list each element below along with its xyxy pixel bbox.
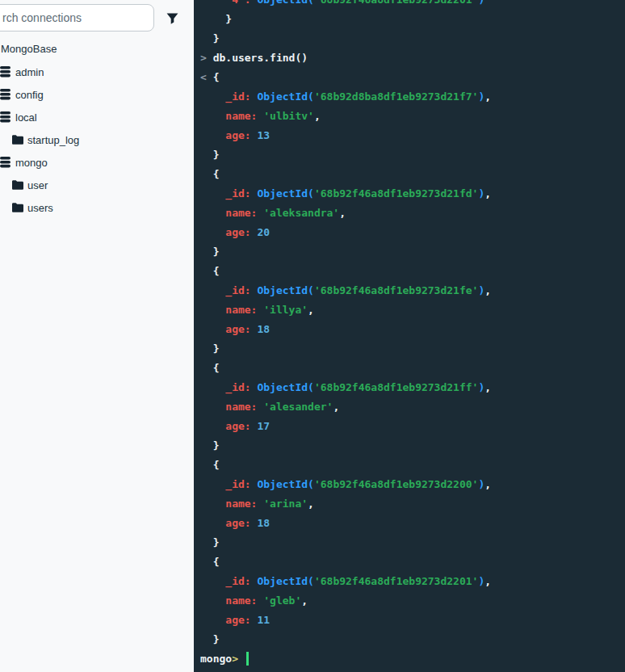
terminal-line-partial: '4': ObjectId('68b92f46a8df1eb9273d2201'… — [200, 0, 625, 10]
sidebar-item-user[interactable]: user — [0, 174, 194, 196]
sidebar-item-admin[interactable]: admin — [0, 61, 194, 83]
document-age-line: age: 20 — [200, 223, 625, 242]
document-close-brace: } — [200, 533, 625, 552]
sidebar-item-label: startup_log — [27, 134, 79, 146]
terminal-line: } — [200, 29, 625, 48]
connection-tree: adminconfiglocalstartup_logmongouseruser… — [0, 61, 194, 219]
mongosh-terminal[interactable]: '4': ObjectId('68b92f46a8df1eb9273d2201'… — [194, 0, 625, 672]
folder-icon — [12, 135, 23, 145]
document-id-line: _id: ObjectId('68b92f46a8df1eb9273d2200'… — [200, 475, 625, 494]
shell-prompt-line: mongo> — [200, 649, 625, 669]
shell-command-line: > db.users.find() — [200, 48, 625, 68]
sidebar-item-label: admin — [15, 66, 44, 78]
document-name-line: name: 'illya', — [200, 300, 625, 320]
document-close-brace: } — [200, 436, 625, 456]
document-name-line: name: 'aleksandra', — [200, 204, 625, 223]
connection-name[interactable]: MongoBase — [1, 43, 57, 55]
filter-funnel-icon — [166, 12, 179, 26]
document-age-line: age: 11 — [200, 611, 625, 630]
folder-icon — [12, 203, 23, 212]
document-open-brace: { — [200, 262, 625, 281]
document-name-line: name: 'arina', — [200, 494, 625, 514]
search-connections-input[interactable] — [0, 4, 154, 32]
document-id-line: _id: ObjectId('68b92f46a8df1eb9273d2201'… — [200, 572, 625, 591]
sidebar-item-mongo[interactable]: mongo — [0, 151, 194, 174]
document-close-brace: } — [200, 145, 625, 165]
document-name-line: name: 'ulbitv', — [200, 107, 625, 126]
sidebar-item-label: users — [27, 202, 53, 214]
text-cursor — [246, 652, 249, 666]
database-icon — [0, 66, 10, 78]
document-id-line: _id: ObjectId('68b92f46a8df1eb9273d21fd'… — [200, 184, 625, 204]
document-age-line: age: 13 — [200, 126, 625, 145]
sidebar-item-label: config — [15, 89, 44, 101]
sidebar-item-label: local — [15, 111, 37, 124]
sidebar-item-label: mongo — [15, 157, 48, 169]
document-open-brace: { — [200, 165, 625, 184]
sidebar-item-startup_log[interactable]: startup_log — [0, 128, 194, 151]
document-open-brace: { — [200, 456, 625, 475]
database-icon — [0, 157, 10, 168]
shell-output: '4': ObjectId('68b92f46a8df1eb9273d2201'… — [194, 0, 625, 669]
terminal-line: } — [200, 10, 625, 29]
document-id-line: _id: ObjectId('68b92f46a8df1eb9273d21ff'… — [200, 378, 625, 397]
sidebar-item-local[interactable]: local — [0, 106, 194, 128]
document-name-line: name: 'alesander', — [200, 397, 625, 417]
document-age-line: age: 18 — [200, 320, 625, 339]
document-id-line: _id: ObjectId('68b92f46a8df1eb9273d21fe'… — [200, 281, 625, 300]
document-open-brace: < { — [200, 68, 625, 87]
document-age-line: age: 18 — [200, 514, 625, 533]
document-name-line: name: 'gleb', — [200, 591, 625, 611]
document-open-brace: { — [200, 359, 625, 378]
folder-icon — [12, 180, 23, 190]
sidebar-item-label: user — [27, 179, 48, 191]
sidebar-item-users[interactable]: users — [0, 196, 194, 219]
document-age-line: age: 17 — [200, 417, 625, 436]
database-icon — [0, 111, 10, 123]
document-open-brace: { — [200, 552, 625, 572]
sidebar-item-config[interactable]: config — [0, 83, 194, 106]
database-icon — [0, 89, 10, 100]
filter-connections-button[interactable] — [162, 9, 182, 28]
connections-sidebar: MongoBase adminconfiglocalstartup_logmon… — [0, 0, 194, 672]
document-close-brace: } — [200, 242, 625, 262]
document-close-brace: } — [200, 339, 625, 359]
document-id-line: _id: ObjectId('68b92d8ba8df1eb9273d21f7'… — [200, 87, 625, 107]
document-close-brace: } — [200, 630, 625, 649]
